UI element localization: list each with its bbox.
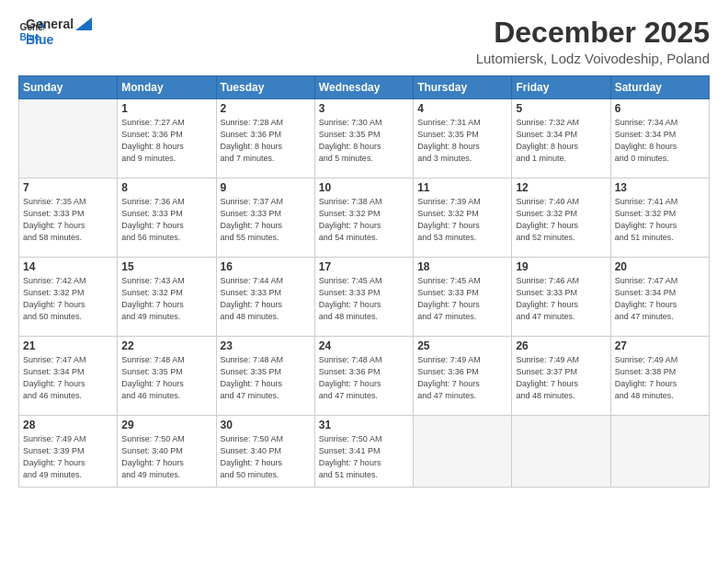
day-info: Sunrise: 7:40 AM Sunset: 3:32 PM Dayligh… bbox=[516, 196, 606, 244]
day-header-saturday: Saturday bbox=[610, 76, 709, 99]
day-info: Sunrise: 7:32 AM Sunset: 3:34 PM Dayligh… bbox=[516, 117, 606, 165]
day-info: Sunrise: 7:47 AM Sunset: 3:34 PM Dayligh… bbox=[23, 354, 113, 402]
day-number: 14 bbox=[23, 260, 113, 273]
day-info: Sunrise: 7:38 AM Sunset: 3:32 PM Dayligh… bbox=[319, 196, 409, 244]
day-number: 3 bbox=[319, 102, 409, 115]
day-number: 15 bbox=[121, 260, 211, 273]
calendar-cell: 20Sunrise: 7:47 AM Sunset: 3:34 PM Dayli… bbox=[610, 258, 709, 337]
day-info: Sunrise: 7:50 AM Sunset: 3:40 PM Dayligh… bbox=[221, 433, 311, 481]
day-info: Sunrise: 7:49 AM Sunset: 3:39 PM Dayligh… bbox=[23, 433, 113, 481]
day-number: 26 bbox=[516, 339, 606, 352]
day-number: 29 bbox=[121, 419, 211, 431]
day-info: Sunrise: 7:39 AM Sunset: 3:32 PM Dayligh… bbox=[417, 196, 507, 244]
calendar-cell: 3Sunrise: 7:30 AM Sunset: 3:35 PM Daylig… bbox=[314, 99, 413, 178]
calendar-cell: 26Sunrise: 7:49 AM Sunset: 3:37 PM Dayli… bbox=[512, 337, 610, 416]
header: General Blue General Blue December 2025 … bbox=[18, 17, 710, 66]
day-info: Sunrise: 7:30 AM Sunset: 3:35 PM Dayligh… bbox=[319, 117, 409, 165]
day-header-thursday: Thursday bbox=[414, 76, 512, 99]
day-header-sunday: Sunday bbox=[19, 76, 118, 99]
day-info: Sunrise: 7:50 AM Sunset: 3:41 PM Dayligh… bbox=[319, 433, 409, 481]
day-number: 11 bbox=[417, 181, 507, 194]
calendar-cell: 24Sunrise: 7:48 AM Sunset: 3:36 PM Dayli… bbox=[314, 337, 413, 416]
calendar-cell: 23Sunrise: 7:48 AM Sunset: 3:35 PM Dayli… bbox=[216, 337, 314, 416]
calendar-cell: 22Sunrise: 7:48 AM Sunset: 3:35 PM Dayli… bbox=[118, 337, 216, 416]
day-header-friday: Friday bbox=[512, 76, 610, 99]
calendar-cell bbox=[610, 416, 709, 488]
title-area: December 2025 Lutomiersk, Lodz Voivodesh… bbox=[476, 17, 710, 66]
logo-line1: General bbox=[26, 17, 92, 32]
calendar-cell: 6Sunrise: 7:34 AM Sunset: 3:34 PM Daylig… bbox=[610, 99, 709, 178]
calendar-cell: 21Sunrise: 7:47 AM Sunset: 3:34 PM Dayli… bbox=[19, 337, 118, 416]
day-info: Sunrise: 7:49 AM Sunset: 3:36 PM Dayligh… bbox=[417, 354, 507, 402]
calendar-cell: 10Sunrise: 7:38 AM Sunset: 3:32 PM Dayli… bbox=[314, 178, 413, 258]
day-number: 30 bbox=[221, 419, 311, 431]
calendar-cell bbox=[19, 99, 118, 178]
calendar-cell: 18Sunrise: 7:45 AM Sunset: 3:33 PM Dayli… bbox=[414, 258, 512, 337]
calendar: SundayMondayTuesdayWednesdayThursdayFrid… bbox=[18, 75, 710, 488]
day-number: 18 bbox=[417, 260, 507, 273]
calendar-cell bbox=[512, 416, 610, 488]
day-number: 12 bbox=[516, 181, 606, 194]
day-info: Sunrise: 7:44 AM Sunset: 3:33 PM Dayligh… bbox=[221, 275, 311, 323]
calendar-cell: 30Sunrise: 7:50 AM Sunset: 3:40 PM Dayli… bbox=[216, 416, 314, 488]
day-header-monday: Monday bbox=[118, 76, 216, 99]
day-number: 4 bbox=[417, 102, 507, 115]
calendar-cell: 9Sunrise: 7:37 AM Sunset: 3:33 PM Daylig… bbox=[216, 178, 314, 258]
calendar-cell: 11Sunrise: 7:39 AM Sunset: 3:32 PM Dayli… bbox=[414, 178, 512, 258]
month-title: December 2025 bbox=[476, 17, 710, 49]
day-number: 10 bbox=[319, 181, 409, 194]
day-number: 22 bbox=[121, 339, 211, 352]
day-number: 27 bbox=[615, 339, 705, 352]
day-number: 24 bbox=[319, 339, 409, 352]
day-number: 7 bbox=[23, 181, 113, 194]
day-info: Sunrise: 7:35 AM Sunset: 3:33 PM Dayligh… bbox=[23, 196, 113, 244]
week-row-1: 7Sunrise: 7:35 AM Sunset: 3:33 PM Daylig… bbox=[19, 178, 710, 258]
day-number: 20 bbox=[615, 260, 705, 273]
day-info: Sunrise: 7:36 AM Sunset: 3:33 PM Dayligh… bbox=[121, 196, 211, 244]
calendar-cell: 31Sunrise: 7:50 AM Sunset: 3:41 PM Dayli… bbox=[314, 416, 413, 488]
calendar-cell: 17Sunrise: 7:45 AM Sunset: 3:33 PM Dayli… bbox=[314, 258, 413, 337]
day-number: 25 bbox=[417, 339, 507, 352]
day-info: Sunrise: 7:28 AM Sunset: 3:36 PM Dayligh… bbox=[221, 117, 311, 165]
day-number: 28 bbox=[23, 419, 113, 431]
calendar-cell: 12Sunrise: 7:40 AM Sunset: 3:32 PM Dayli… bbox=[512, 178, 610, 258]
calendar-cell: 28Sunrise: 7:49 AM Sunset: 3:39 PM Dayli… bbox=[19, 416, 118, 488]
day-header-wednesday: Wednesday bbox=[314, 76, 413, 99]
day-info: Sunrise: 7:47 AM Sunset: 3:34 PM Dayligh… bbox=[615, 275, 705, 323]
day-info: Sunrise: 7:37 AM Sunset: 3:33 PM Dayligh… bbox=[221, 196, 311, 244]
week-row-3: 21Sunrise: 7:47 AM Sunset: 3:34 PM Dayli… bbox=[19, 337, 710, 416]
calendar-cell: 25Sunrise: 7:49 AM Sunset: 3:36 PM Dayli… bbox=[414, 337, 512, 416]
day-number: 13 bbox=[615, 181, 705, 194]
day-info: Sunrise: 7:49 AM Sunset: 3:38 PM Dayligh… bbox=[615, 354, 705, 402]
day-info: Sunrise: 7:48 AM Sunset: 3:36 PM Dayligh… bbox=[319, 354, 409, 402]
calendar-cell: 2Sunrise: 7:28 AM Sunset: 3:36 PM Daylig… bbox=[216, 99, 314, 178]
calendar-cell: 29Sunrise: 7:50 AM Sunset: 3:40 PM Dayli… bbox=[118, 416, 216, 488]
day-number: 19 bbox=[516, 260, 606, 273]
calendar-header-row: SundayMondayTuesdayWednesdayThursdayFrid… bbox=[19, 76, 710, 99]
calendar-cell: 27Sunrise: 7:49 AM Sunset: 3:38 PM Dayli… bbox=[610, 337, 709, 416]
logo-triangle bbox=[75, 17, 92, 30]
day-number: 5 bbox=[516, 102, 606, 115]
week-row-0: 1Sunrise: 7:27 AM Sunset: 3:36 PM Daylig… bbox=[19, 99, 710, 178]
calendar-cell: 19Sunrise: 7:46 AM Sunset: 3:33 PM Dayli… bbox=[512, 258, 610, 337]
calendar-cell bbox=[414, 416, 512, 488]
logo: General Blue General Blue bbox=[18, 17, 92, 48]
day-info: Sunrise: 7:49 AM Sunset: 3:37 PM Dayligh… bbox=[516, 354, 606, 402]
calendar-cell: 8Sunrise: 7:36 AM Sunset: 3:33 PM Daylig… bbox=[118, 178, 216, 258]
day-info: Sunrise: 7:48 AM Sunset: 3:35 PM Dayligh… bbox=[121, 354, 211, 402]
day-info: Sunrise: 7:31 AM Sunset: 3:35 PM Dayligh… bbox=[417, 117, 507, 165]
svg-marker-4 bbox=[75, 17, 92, 30]
day-number: 6 bbox=[615, 102, 705, 115]
day-info: Sunrise: 7:27 AM Sunset: 3:36 PM Dayligh… bbox=[121, 117, 211, 165]
calendar-cell: 1Sunrise: 7:27 AM Sunset: 3:36 PM Daylig… bbox=[118, 99, 216, 178]
page: General Blue General Blue December 2025 … bbox=[0, 0, 728, 563]
week-row-2: 14Sunrise: 7:42 AM Sunset: 3:32 PM Dayli… bbox=[19, 258, 710, 337]
day-number: 17 bbox=[319, 260, 409, 273]
calendar-cell: 5Sunrise: 7:32 AM Sunset: 3:34 PM Daylig… bbox=[512, 99, 610, 178]
calendar-cell: 7Sunrise: 7:35 AM Sunset: 3:33 PM Daylig… bbox=[19, 178, 118, 258]
day-number: 16 bbox=[221, 260, 311, 273]
calendar-cell: 14Sunrise: 7:42 AM Sunset: 3:32 PM Dayli… bbox=[19, 258, 118, 337]
day-number: 1 bbox=[121, 102, 211, 115]
day-header-tuesday: Tuesday bbox=[216, 76, 314, 99]
day-info: Sunrise: 7:50 AM Sunset: 3:40 PM Dayligh… bbox=[121, 433, 211, 481]
